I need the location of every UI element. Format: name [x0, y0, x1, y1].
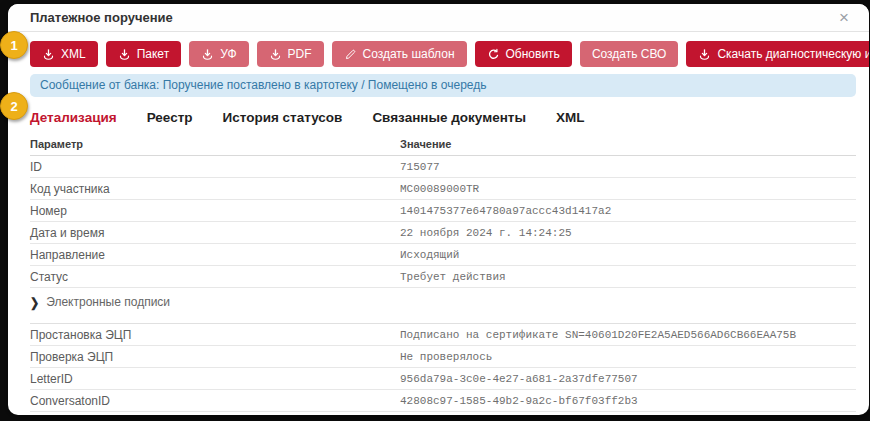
toolbar: XML Пакет УФ PDF Создать шаблон Обновить…: [8, 32, 869, 67]
table-row: LetterID 956da79a-3c0e-4e27-a681-2a37dfe…: [30, 368, 856, 390]
table-row: Направление Исходящий: [30, 244, 856, 266]
value-column-header: Значение: [400, 138, 451, 150]
table-row: ConversatonID 42808c97-1585-49b2-9a2c-bf…: [30, 390, 856, 412]
param-value: Подписано на сертификате SN=40601D20FE2A…: [400, 329, 796, 341]
tab-registry[interactable]: Реестр: [147, 110, 193, 125]
tab-status-history[interactable]: История статусов: [223, 110, 343, 125]
section-divider: [30, 314, 856, 324]
page-title: Платежное поручение: [30, 10, 173, 25]
screenshot-stage: Платежное поручение × XML Пакет УФ PDF С…: [0, 0, 870, 421]
expander-label: Электронные подписи: [46, 295, 170, 309]
param-label: ConversatonID: [30, 394, 400, 408]
tab-detalization[interactable]: Детализация: [30, 110, 117, 125]
table-rows-bottom: Простановка ЭЦП Подписано на сертификате…: [30, 324, 856, 415]
table-row: Статус Требует действия: [30, 266, 856, 288]
param-label: Статус: [30, 270, 400, 284]
download-icon: [269, 48, 282, 61]
table-row: Author: [30, 412, 856, 415]
param-value: MC00089000TR: [400, 183, 479, 195]
annotation-badge-1: 1: [0, 31, 28, 59]
download-icon: [118, 48, 131, 61]
table-row: Простановка ЭЦП Подписано на сертификате…: [30, 324, 856, 346]
table-row: Номер 1401475377e64780a97accc43d1417a2: [30, 200, 856, 222]
bank-message-text: Сообщение от банка: Поручение поставлено…: [40, 78, 487, 92]
refresh-icon: [487, 48, 500, 61]
param-label: Направление: [30, 248, 400, 262]
tab-linked-documents[interactable]: Связанные документы: [372, 110, 526, 125]
annotation-badge-2: 2: [0, 92, 28, 120]
chevron-right-icon: ❯: [30, 295, 39, 310]
download-diagnostics-button[interactable]: Скачать диагностическую информацию: [686, 41, 869, 67]
dialog-header: Платежное поручение ×: [8, 4, 869, 32]
uf-button[interactable]: УФ: [189, 41, 248, 67]
download-icon: [698, 48, 711, 61]
param-label: Проверка ЭЦП: [30, 350, 400, 364]
param-label: Номер: [30, 204, 400, 218]
table-row: Код участника MC00089000TR: [30, 178, 856, 200]
param-value: 42808c97-1585-49b2-9a2c-bf67f03ff2b3: [400, 395, 638, 407]
param-value: 715077: [400, 161, 440, 173]
param-value: 1401475377e64780a97accc43d1417a2: [400, 205, 611, 217]
table-row: Дата и время 22 ноября 2024 г. 14:24:25: [30, 222, 856, 244]
payment-order-dialog: Платежное поручение × XML Пакет УФ PDF С…: [8, 4, 869, 415]
param-label: ID: [30, 160, 400, 174]
param-value: 22 ноября 2024 г. 14:24:25: [400, 227, 572, 239]
table-rows-top: ID 715077 Код участника MC00089000TR Ном…: [30, 156, 856, 288]
param-value: 956da79a-3c0e-4e27-a681-2a37dfe77507: [400, 373, 638, 385]
paket-button[interactable]: Пакет: [106, 41, 181, 67]
table-row: ID 715077: [30, 156, 856, 178]
create-template-button[interactable]: Создать шаблон: [332, 41, 467, 67]
param-label: Код участника: [30, 182, 400, 196]
param-label: Дата и время: [30, 226, 400, 240]
close-icon[interactable]: ×: [833, 7, 855, 28]
param-label: Простановка ЭЦП: [30, 328, 400, 342]
create-svo-button[interactable]: Создать СВО: [580, 41, 679, 67]
refresh-button[interactable]: Обновить: [475, 41, 572, 67]
param-column-header: Параметр: [30, 138, 400, 150]
pdf-button[interactable]: PDF: [257, 41, 324, 67]
param-value: Не проверялось: [400, 351, 492, 363]
parameters-table: Параметр Значение ID 715077 Код участник…: [30, 134, 856, 415]
download-icon: [42, 48, 55, 61]
table-row: Проверка ЭЦП Не проверялось: [30, 346, 856, 368]
param-value: Исходящий: [400, 249, 459, 261]
param-label: LetterID: [30, 372, 400, 386]
bank-message-bar: Сообщение от банка: Поручение поставлено…: [30, 74, 856, 97]
tab-bar: Детализация Реестр История статусов Связ…: [8, 97, 869, 125]
xml-button[interactable]: XML: [30, 41, 98, 67]
download-icon: [201, 48, 214, 61]
table-header-row: Параметр Значение: [30, 134, 856, 156]
param-value: Требует действия: [400, 271, 506, 283]
pencil-icon: [344, 48, 357, 61]
electronic-signatures-expander[interactable]: ❯ Электронные подписи: [30, 288, 856, 314]
tab-xml[interactable]: XML: [556, 110, 585, 125]
